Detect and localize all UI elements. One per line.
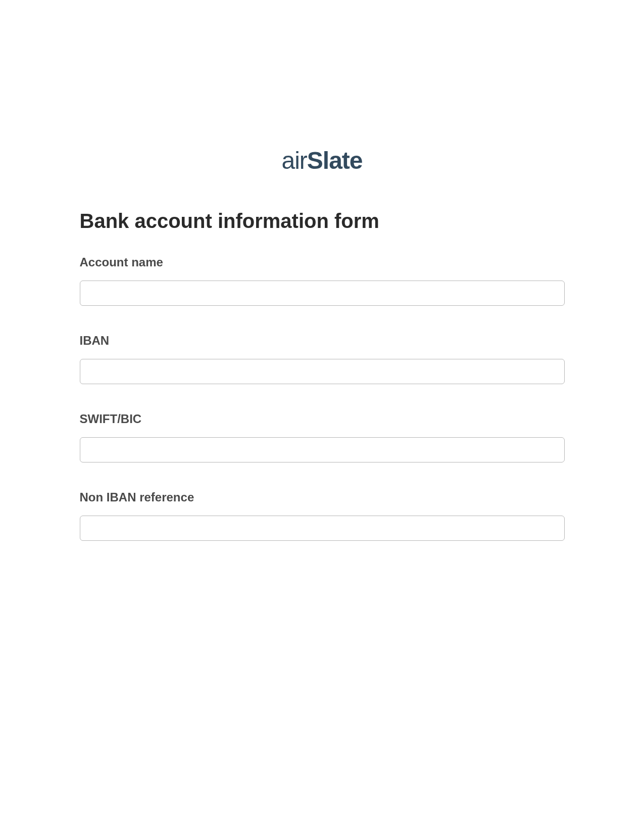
logo: airSlate	[80, 147, 565, 174]
non-iban-reference-input[interactable]	[80, 516, 565, 541]
field-swift-bic: SWIFT/BIC	[80, 412, 565, 462]
iban-label: IBAN	[80, 334, 565, 348]
field-non-iban-reference: Non IBAN reference	[80, 490, 565, 541]
iban-input[interactable]	[80, 359, 565, 384]
swift-bic-input[interactable]	[80, 437, 565, 462]
non-iban-reference-label: Non IBAN reference	[80, 490, 565, 504]
field-iban: IBAN	[80, 334, 565, 384]
logo-prefix: air	[281, 147, 307, 174]
account-name-label: Account name	[80, 255, 565, 269]
form-container: airSlate Bank account information form A…	[80, 147, 565, 541]
field-account-name: Account name	[80, 255, 565, 306]
form-title: Bank account information form	[80, 210, 565, 233]
logo-suffix: Slate	[307, 147, 363, 174]
account-name-input[interactable]	[80, 281, 565, 306]
swift-bic-label: SWIFT/BIC	[80, 412, 565, 426]
logo-text: airSlate	[281, 147, 362, 174]
